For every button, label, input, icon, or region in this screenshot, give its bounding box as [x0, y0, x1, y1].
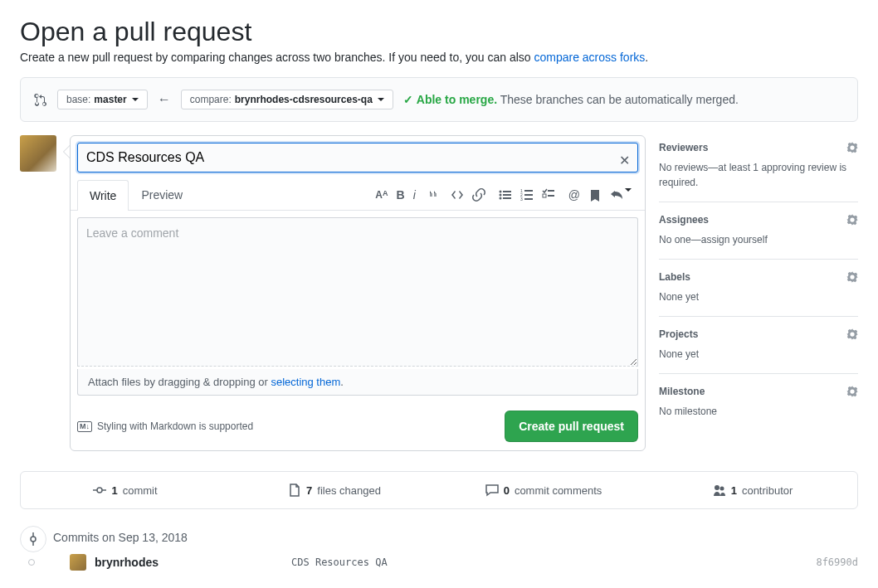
link-icon[interactable] — [472, 188, 485, 202]
caret-down-icon — [132, 98, 139, 101]
merge-desc-text: These branches can be automatically merg… — [500, 93, 739, 106]
comments-count: 0 — [504, 484, 510, 497]
file-icon — [288, 484, 301, 497]
numbered-list-icon[interactable]: 123 — [520, 188, 534, 202]
code-icon[interactable] — [451, 188, 464, 202]
stats-bar: 1 commit 7 files changed 0 commit commen… — [20, 471, 858, 509]
stat-comments[interactable]: 0 commit comments — [439, 472, 648, 508]
assignees-prefix: No one— — [659, 234, 701, 245]
assignees-body: No one—assign yourself — [659, 232, 858, 247]
commit-icon — [93, 484, 106, 497]
markdown-toolbar: AA B i 123 @ — [375, 188, 638, 202]
heading-icon[interactable]: AA — [375, 189, 388, 201]
commit-avatar[interactable] — [70, 554, 86, 571]
commit-dot-icon — [28, 559, 35, 566]
svg-point-1 — [499, 193, 501, 196]
base-label: base: — [66, 94, 90, 105]
gear-icon[interactable] — [846, 386, 858, 397]
subtitle-suffix: . — [645, 51, 648, 64]
commits-count: 1 — [111, 484, 117, 497]
svg-point-19 — [719, 487, 724, 491]
attach-select-link[interactable]: selecting them — [271, 376, 340, 388]
avatar[interactable] — [20, 135, 56, 172]
gear-icon[interactable] — [846, 271, 858, 283]
commit-timeline: Commits on Sep 13, 2018 brynrhodes CDS R… — [20, 526, 858, 581]
labels-title: Labels — [659, 271, 690, 283]
svg-point-0 — [499, 190, 501, 192]
compare-forks-link[interactable]: compare across forks — [534, 51, 645, 64]
attach-prefix: Attach files by dragging & dropping or — [88, 376, 271, 388]
mention-icon[interactable]: @ — [568, 188, 580, 202]
sidebar: Reviewers No reviews—at least 1 approvin… — [659, 135, 858, 430]
merge-ok-text: Able to merge. — [403, 93, 497, 106]
contributors-count: 1 — [731, 484, 737, 497]
svg-point-2 — [499, 197, 501, 199]
stat-files[interactable]: 7 files changed — [230, 472, 439, 508]
arrow-left-icon: ← — [158, 92, 171, 107]
assign-yourself-link[interactable]: assign yourself — [701, 234, 768, 245]
reviewers-body: No reviews—at least 1 approving review i… — [659, 160, 858, 190]
reply-icon[interactable] — [610, 188, 632, 202]
commit-timeline-icon — [20, 526, 46, 552]
compare-label: compare: — [190, 94, 232, 105]
stat-contributors[interactable]: 1 contributor — [648, 472, 857, 508]
milestone-title: Milestone — [659, 386, 705, 397]
svg-point-18 — [715, 485, 719, 490]
labels-body: None yet — [659, 289, 858, 304]
commits-label: commit — [123, 484, 158, 497]
bullet-list-icon[interactable] — [499, 188, 512, 202]
files-count: 7 — [306, 484, 312, 497]
svg-rect-11 — [524, 198, 533, 200]
quote-icon[interactable] — [429, 188, 442, 202]
comment-icon — [485, 484, 499, 497]
svg-rect-3 — [503, 191, 511, 192]
task-list-icon[interactable] — [542, 188, 555, 202]
gear-icon[interactable] — [846, 328, 858, 340]
attach-suffix: . — [340, 376, 344, 388]
contributors-label: contributor — [742, 484, 793, 497]
base-branch-select[interactable]: base: master — [57, 90, 148, 109]
compare-branch-select[interactable]: compare: brynrhodes-cdsresources-qa — [181, 90, 393, 109]
merge-status: Able to merge. These branches can be aut… — [403, 93, 739, 106]
compare-value: brynrhodes-cdsresources-qa — [235, 94, 373, 105]
stat-commits[interactable]: 1 commit — [21, 472, 230, 508]
svg-rect-10 — [524, 194, 533, 196]
svg-text:3: 3 — [520, 197, 523, 202]
subtitle-text: Create a new pull request by comparing c… — [20, 51, 534, 64]
create-pr-button[interactable]: Create pull request — [505, 411, 638, 442]
commit-row[interactable]: brynrhodes CDS Resources QA 8f6990d — [46, 544, 858, 581]
comment-form: ✕ Write Preview AA B i — [70, 135, 646, 451]
svg-point-20 — [31, 537, 36, 542]
svg-rect-14 — [548, 195, 554, 197]
commit-author[interactable]: brynrhodes — [95, 556, 159, 569]
branch-compare-box: base: master ← compare: brynrhodes-cdsre… — [20, 77, 858, 122]
svg-rect-13 — [543, 194, 546, 197]
page-subtitle: Create a new pull request by comparing c… — [20, 51, 858, 64]
files-label: files changed — [317, 484, 381, 497]
clear-title-icon[interactable]: ✕ — [619, 153, 630, 168]
commit-message[interactable]: CDS Resources QA — [291, 556, 388, 568]
saved-reply-icon[interactable] — [588, 188, 602, 202]
tab-preview[interactable]: Preview — [129, 179, 195, 210]
svg-rect-9 — [524, 190, 533, 192]
people-icon — [713, 484, 726, 497]
projects-body: None yet — [659, 347, 858, 362]
reviewers-title: Reviewers — [659, 142, 708, 153]
commit-hash[interactable]: 8f6990d — [816, 556, 858, 568]
tab-write[interactable]: Write — [77, 180, 129, 211]
gear-icon[interactable] — [846, 142, 858, 153]
attach-hint: Attach files by dragging & dropping or s… — [77, 369, 638, 396]
comment-textarea[interactable] — [77, 217, 638, 367]
assignees-title: Assignees — [659, 214, 709, 226]
svg-rect-5 — [503, 197, 511, 199]
git-compare-icon — [34, 93, 47, 106]
base-value: master — [94, 94, 126, 105]
gear-icon[interactable] — [846, 214, 858, 226]
bold-icon[interactable]: B — [397, 188, 405, 202]
svg-point-15 — [97, 488, 102, 493]
markdown-hint: Styling with Markdown is supported — [97, 420, 253, 432]
pr-title-input[interactable] — [77, 143, 638, 173]
italic-icon[interactable]: i — [413, 188, 416, 202]
projects-title: Projects — [659, 328, 698, 340]
page-title: Open a pull request — [20, 17, 858, 47]
